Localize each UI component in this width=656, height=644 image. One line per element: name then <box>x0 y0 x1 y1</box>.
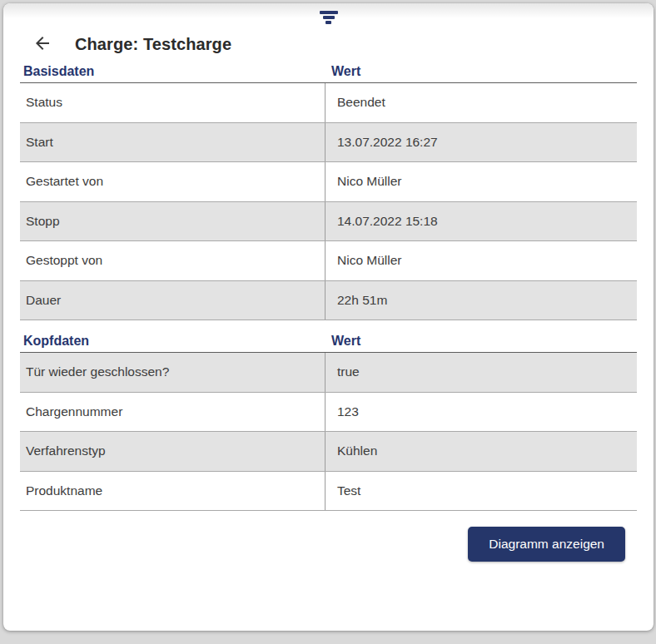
content-area: Basisdaten Wert Status Beendet Start 13.… <box>3 63 654 562</box>
row-label: Gestoppt von <box>20 241 325 280</box>
table-row: Chargennummer 123 <box>20 393 637 433</box>
row-label: Stopp <box>20 202 325 241</box>
handle-bar <box>323 16 335 19</box>
show-diagram-button[interactable]: Diagramm anzeigen <box>468 527 625 562</box>
detail-card: Charge: Testcharge Basisdaten Wert Statu… <box>3 3 654 631</box>
table-row: Stopp 14.07.2022 15:18 <box>20 202 637 242</box>
row-label: Verfahrenstyp <box>20 432 325 471</box>
row-value: 14.07.2022 15:18 <box>325 202 637 241</box>
row-value: true <box>325 353 637 392</box>
table-row: Produktname Test <box>20 472 637 512</box>
row-label: Dauer <box>20 281 325 320</box>
basisdaten-table: Status Beendet Start 13.07.2022 16:27 Ge… <box>20 83 637 320</box>
kopfdaten-table: Tür wieder geschlossen? true Chargennumm… <box>20 353 637 511</box>
section-value-header: Wert <box>325 334 637 349</box>
row-value: Kühlen <box>325 432 637 471</box>
section-header-basisdaten: Basisdaten Wert <box>20 63 637 83</box>
row-label: Chargennummer <box>20 393 325 432</box>
row-label: Start <box>20 123 325 162</box>
table-row: Status Beendet <box>20 83 637 123</box>
row-value: Nico Müller <box>325 241 637 280</box>
handle-bar <box>326 21 331 24</box>
back-button[interactable] <box>32 33 53 55</box>
row-value: Beendet <box>325 83 637 122</box>
section-value-header: Wert <box>325 64 637 79</box>
table-row: Gestoppt von Nico Müller <box>20 241 637 281</box>
row-label: Gestartet von <box>20 162 325 201</box>
page-header: Charge: Testcharge <box>32 33 637 55</box>
row-label: Produktname <box>20 472 325 511</box>
section-header-kopfdaten: Kopfdaten Wert <box>20 333 637 353</box>
table-row: Gestartet von Nico Müller <box>20 162 637 202</box>
row-value: 13.07.2022 16:27 <box>325 123 637 162</box>
row-label: Tür wieder geschlossen? <box>20 353 325 392</box>
table-row: Verfahrenstyp Kühlen <box>20 432 637 472</box>
table-row: Dauer 22h 51m <box>20 281 637 321</box>
section-title: Basisdaten <box>20 64 325 79</box>
row-value: 22h 51m <box>325 281 637 320</box>
table-row: Tür wieder geschlossen? true <box>20 353 637 393</box>
section-title: Kopfdaten <box>20 334 325 349</box>
row-value: Nico Müller <box>325 162 637 201</box>
filter-handle-icon[interactable] <box>320 11 338 24</box>
arrow-left-icon <box>32 33 52 56</box>
page-title: Charge: Testcharge <box>75 35 231 54</box>
handle-bar <box>320 11 338 14</box>
actions-bar: Diagramm anzeigen <box>20 527 637 562</box>
row-value: Test <box>325 472 637 511</box>
row-label: Status <box>20 83 325 122</box>
table-row: Start 13.07.2022 16:27 <box>20 123 637 163</box>
row-value: 123 <box>325 393 637 432</box>
